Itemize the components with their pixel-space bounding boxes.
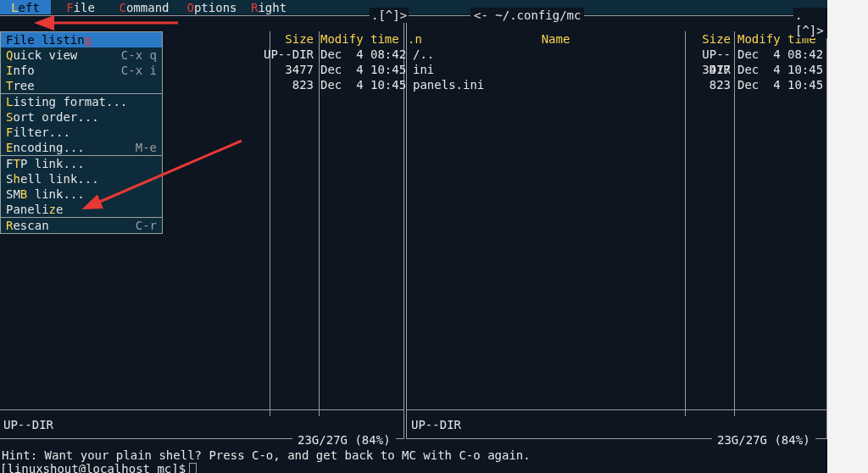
panel-left-caret[interactable]: .[^]> (370, 8, 409, 23)
svg-line-1 (96, 141, 242, 203)
panel-left-row[interactable]: UP--DIR Dec 4 08:42 (263, 47, 403, 62)
panel-right-caret[interactable]: .[^]> (793, 8, 827, 38)
shell-prompt[interactable]: [linuxshout@localhost mc]$ (0, 461, 197, 473)
dd-listing-format[interactable]: Listing format... (1, 94, 162, 109)
menu-options[interactable]: Options (178, 0, 246, 14)
panel-right-sep (407, 409, 826, 410)
panel-right-hdr-n[interactable]: .n (408, 31, 425, 47)
panel-left-selected: UP--DIR (3, 417, 53, 432)
panel-right-disk: 23G/27G (84%) (712, 432, 815, 448)
dd-tree[interactable]: Tree (1, 78, 162, 93)
panel-left-hdr-size[interactable]: Size (263, 31, 317, 47)
dd-rescan[interactable]: Rescan C-r (1, 218, 162, 233)
panel-right-hdr-size[interactable]: Size (687, 31, 734, 47)
panel-right-row[interactable]: ini 3477 Dec 4 10:45 (408, 62, 826, 77)
panel-right-row[interactable]: panels.ini 823 Dec 4 10:45 (408, 77, 826, 92)
panel-left-hdr-time[interactable]: Modify time (317, 31, 402, 47)
dd-sort-order[interactable]: Sort order... (1, 109, 162, 125)
panel-right-selected: UP--DIR (411, 417, 461, 432)
panel-left-headers: Size Modify time (263, 31, 403, 47)
cursor-icon (189, 463, 197, 473)
menu-right[interactable]: Right (246, 0, 292, 14)
panel-left-body: UP--DIR Dec 4 08:42 3477 Dec 4 10:45 823… (263, 47, 403, 92)
dd-file-listing[interactable]: File listing (1, 32, 162, 47)
panel-right-row[interactable]: /.. UP--DIR Dec 4 08:42 (408, 47, 826, 62)
annotation-arrow-1 (42, 13, 186, 33)
panel-right-headers: .n Name Size Modify time (408, 31, 826, 47)
dd-group-3: Rescan C-r (1, 218, 162, 233)
panel-left-disk: 23G/27G (84%) (292, 432, 396, 448)
page-background (827, 0, 868, 473)
panel-right-title: <- ~/.config/mc (470, 8, 584, 23)
dd-group-0: File listing Quick view C-x q Info C-x i… (1, 32, 162, 94)
panel-left-row[interactable]: 3477 Dec 4 10:45 (263, 62, 403, 77)
panel-left-row[interactable]: 823 Dec 4 10:45 (263, 77, 403, 92)
panel-left-sep (0, 409, 403, 410)
annotation-arrow-2 (89, 136, 250, 215)
panel-right-body: /.. UP--DIR Dec 4 08:42 ini 3477 Dec 4 1… (408, 47, 826, 92)
panel-right-hdr-name[interactable]: Name (425, 31, 687, 47)
dd-quick-view[interactable]: Quick view C-x q (1, 47, 162, 63)
dd-info[interactable]: Info C-x i (1, 63, 162, 78)
